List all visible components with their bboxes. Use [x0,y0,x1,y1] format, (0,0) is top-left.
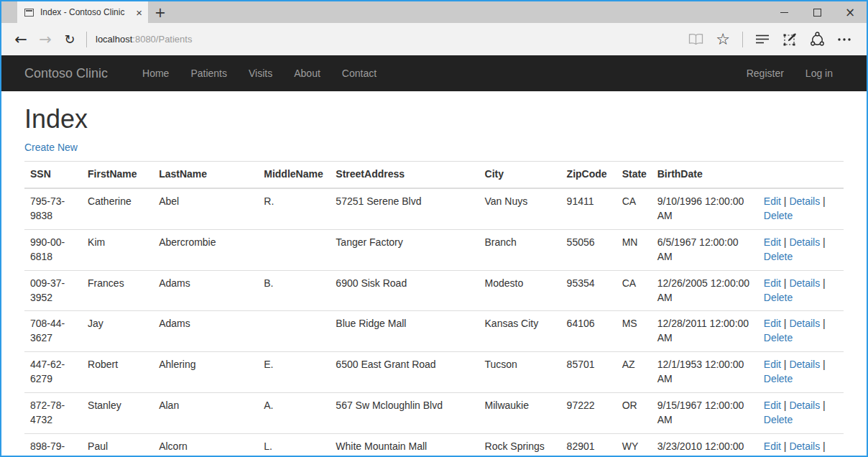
header-lastname: LastName [153,161,258,188]
back-button[interactable]: ← [9,27,33,52]
cell-ssn: 795-73-9838 [24,188,82,229]
delete-link[interactable]: Delete [764,251,793,262]
navbar-brand[interactable]: Contoso Clinic [24,55,119,91]
delete-link[interactable]: Delete [764,373,793,384]
reading-view-button[interactable] [683,27,708,52]
cell-middlename: A. [258,393,330,434]
maximize-icon [813,9,821,17]
cell-actions: Edit | Details | Delete [758,311,844,352]
new-tab-button[interactable]: + [148,1,172,23]
edit-link[interactable]: Edit [764,440,781,452]
details-link[interactable]: Details [789,400,820,411]
cell-state: MN [617,229,652,270]
details-link[interactable]: Details [789,236,820,248]
cell-state: OR [617,393,652,434]
nav-item-contact[interactable]: Contact [331,55,387,91]
edit-link[interactable]: Edit [764,195,781,207]
cell-firstname: Frances [82,270,153,311]
refresh-button[interactable]: ↻ [57,27,82,52]
cell-firstname: Jay [82,311,153,352]
delete-link[interactable]: Delete [764,210,793,221]
details-link[interactable]: Details [789,277,820,289]
cell-state: AZ [617,352,652,393]
cell-zipcode: 82901 [561,434,617,457]
cell-lastname: Abel [153,188,258,229]
patients-table: SSN FirstName LastName MiddleName Street… [24,161,844,457]
header-zipcode: ZipCode [561,161,617,188]
edit-link[interactable]: Edit [764,400,781,411]
nav-item-patients[interactable]: Patients [180,55,238,91]
cell-ssn: 990-00-6818 [24,229,82,270]
table-row: 898-79-3701 Paul Alcorn L. White Mountai… [24,434,844,457]
cell-actions: Edit | Details | Delete [758,229,844,270]
delete-link[interactable]: Delete [764,332,793,343]
cell-lastname: Abercrombie [153,229,258,270]
header-birthdate: BirthDate [652,161,758,188]
action-separator: | [784,277,787,289]
details-link[interactable]: Details [789,318,820,329]
title-bar: Index - Contoso Clinic × + × [1,1,867,23]
cell-zipcode: 91411 [561,188,617,229]
cell-lastname: Adams [153,270,258,311]
cell-city: Rock Springs [479,434,561,457]
favorites-button[interactable]: ☆ [711,27,735,52]
action-separator: | [823,400,826,411]
table-row: 795-73-9838 Catherine Abel R. 57251 Sere… [24,188,844,229]
details-link[interactable]: Details [789,440,820,452]
nav-item-about[interactable]: About [283,55,331,91]
tab-close-icon[interactable]: × [136,7,142,18]
web-note-button[interactable] [777,27,802,52]
cell-zipcode: 85701 [561,352,617,393]
cell-ssn: 447-62-6279 [24,352,82,393]
nav-item-home[interactable]: Home [131,55,180,91]
cell-state: WY [617,434,652,457]
navbar-account-menu: Register Log in [736,55,844,91]
create-new-link[interactable]: Create New [24,142,78,153]
edit-link[interactable]: Edit [764,236,781,248]
minimize-button[interactable] [767,1,800,23]
action-separator: | [784,359,787,370]
details-link[interactable]: Details [789,359,820,370]
nav-item-register[interactable]: Register [736,55,795,91]
edit-link[interactable]: Edit [764,318,781,329]
share-button[interactable] [805,27,829,52]
window-controls: × [767,1,867,23]
url-path: :8080/Patients [132,34,192,45]
web-note-pen-icon [783,32,797,46]
delete-link[interactable]: Delete [764,414,793,425]
forward-button[interactable]: → [33,27,57,52]
more-actions-button[interactable] [832,27,857,52]
address-bar[interactable]: localhost:8080/Patients [96,29,683,50]
nav-item-login[interactable]: Log in [795,55,844,91]
header-state: State [617,161,652,188]
details-link[interactable]: Details [789,195,820,207]
close-window-button[interactable]: × [834,1,867,23]
edit-link[interactable]: Edit [764,277,781,289]
cell-ssn: 872-78-4732 [24,393,82,434]
cell-birthdate: 12/28/2011 12:00:00 AM [652,311,758,352]
header-actions [758,161,844,188]
header-middlename: MiddleName [258,161,330,188]
cell-birthdate: 12/1/1953 12:00:00 AM [652,352,758,393]
cell-middlename: E. [258,352,330,393]
edit-link[interactable]: Edit [764,359,781,370]
maximize-button[interactable] [800,1,834,23]
cell-city: Branch [479,229,561,270]
toolbar-icons: ☆ [683,27,857,52]
nav-item-visits[interactable]: Visits [238,55,283,91]
cell-firstname: Robert [82,352,153,393]
table-row: 009-37-3952 Frances Adams B. 6900 Sisk R… [24,270,844,311]
cell-city: Tucson [479,352,561,393]
browser-tab[interactable]: Index - Contoso Clinic × [17,1,148,23]
cell-zipcode: 55056 [561,229,617,270]
hub-button[interactable] [750,27,775,52]
cell-zipcode: 95354 [561,270,617,311]
minimize-icon [780,12,788,13]
header-city: City [479,161,561,188]
delete-link[interactable]: Delete [764,292,793,303]
cell-ssn: 708-44-3627 [24,311,82,352]
action-separator: | [784,440,787,452]
cell-streetaddress: Tanger Factory [330,229,479,270]
cell-birthdate: 6/5/1967 12:00:00 AM [652,229,758,270]
cell-streetaddress: White Mountain Mall [330,434,479,457]
